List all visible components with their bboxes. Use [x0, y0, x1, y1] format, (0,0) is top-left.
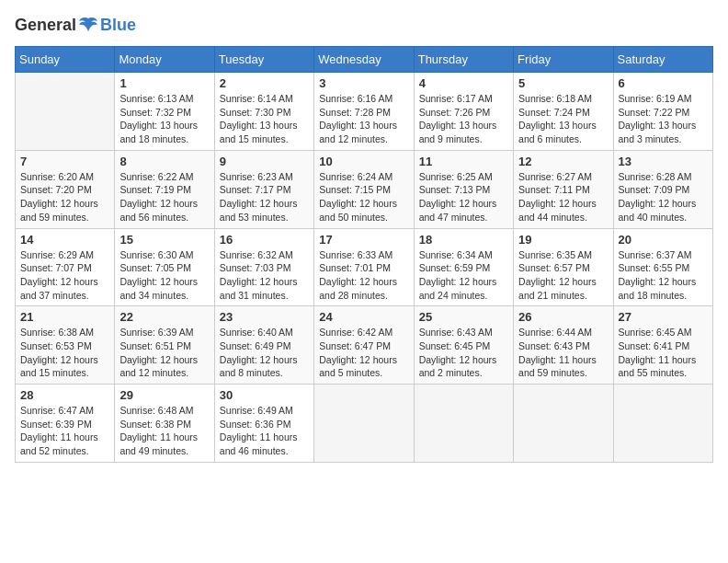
day-number: 27: [619, 310, 708, 324]
day-content: Sunrise: 6:24 AM Sunset: 7:15 PM Dayligh…: [319, 170, 408, 224]
weekday-header-wednesday: Wednesday: [314, 47, 414, 73]
logo-general: General: [15, 16, 76, 35]
calendar-cell: 6Sunrise: 6:19 AM Sunset: 7:22 PM Daylig…: [613, 73, 712, 151]
calendar-cell: 19Sunrise: 6:35 AM Sunset: 6:57 PM Dayli…: [514, 228, 613, 306]
calendar-week-2: 7Sunrise: 6:20 AM Sunset: 7:20 PM Daylig…: [16, 150, 713, 228]
day-number: 2: [220, 76, 309, 90]
weekday-header-tuesday: Tuesday: [214, 47, 313, 73]
calendar-cell: 4Sunrise: 6:17 AM Sunset: 7:26 PM Daylig…: [414, 73, 513, 151]
day-number: 23: [220, 310, 309, 324]
day-content: Sunrise: 6:23 AM Sunset: 7:17 PM Dayligh…: [220, 170, 309, 224]
day-number: 19: [518, 233, 608, 247]
day-content: Sunrise: 6:19 AM Sunset: 7:22 PM Dayligh…: [619, 92, 708, 146]
day-content: Sunrise: 6:49 AM Sunset: 6:36 PM Dayligh…: [220, 404, 309, 458]
calendar-cell: 24Sunrise: 6:42 AM Sunset: 6:47 PM Dayli…: [314, 306, 414, 385]
day-content: Sunrise: 6:17 AM Sunset: 7:26 PM Dayligh…: [419, 92, 508, 146]
day-content: Sunrise: 6:20 AM Sunset: 7:20 PM Dayligh…: [20, 170, 109, 224]
calendar-cell: [414, 385, 513, 463]
day-content: Sunrise: 6:25 AM Sunset: 7:13 PM Dayligh…: [419, 170, 508, 224]
weekday-header-thursday: Thursday: [414, 47, 513, 73]
day-number: 28: [20, 388, 109, 402]
day-number: 1: [119, 76, 209, 90]
calendar-table: SundayMondayTuesdayWednesdayThursdayFrid…: [15, 46, 713, 463]
calendar-cell: 20Sunrise: 6:37 AM Sunset: 6:55 PM Dayli…: [613, 228, 712, 306]
day-content: Sunrise: 6:18 AM Sunset: 7:24 PM Dayligh…: [518, 92, 608, 146]
calendar-cell: 14Sunrise: 6:29 AM Sunset: 7:07 PM Dayli…: [16, 228, 115, 306]
day-number: 11: [419, 155, 508, 168]
calendar-cell: [314, 385, 414, 463]
day-content: Sunrise: 6:27 AM Sunset: 7:11 PM Dayligh…: [518, 170, 608, 224]
weekday-header-friday: Friday: [514, 47, 613, 73]
day-number: 13: [619, 155, 708, 168]
day-number: 7: [20, 155, 109, 168]
calendar-cell: [514, 385, 613, 463]
weekday-header-monday: Monday: [115, 47, 214, 73]
day-content: Sunrise: 6:35 AM Sunset: 6:57 PM Dayligh…: [518, 248, 608, 303]
day-number: 30: [220, 388, 309, 402]
calendar-cell: 1Sunrise: 6:13 AM Sunset: 7:32 PM Daylig…: [115, 73, 214, 151]
day-content: Sunrise: 6:34 AM Sunset: 6:59 PM Dayligh…: [419, 248, 508, 303]
weekday-header-saturday: Saturday: [613, 47, 712, 73]
calendar-cell: 7Sunrise: 6:20 AM Sunset: 7:20 PM Daylig…: [16, 150, 115, 228]
day-number: 16: [220, 233, 309, 247]
day-number: 14: [20, 233, 109, 247]
calendar-cell: 5Sunrise: 6:18 AM Sunset: 7:24 PM Daylig…: [514, 73, 613, 151]
calendar-week-5: 28Sunrise: 6:47 AM Sunset: 6:39 PM Dayli…: [16, 385, 713, 463]
day-content: Sunrise: 6:28 AM Sunset: 7:09 PM Dayligh…: [619, 170, 708, 224]
logo-blue: Blue: [100, 16, 136, 35]
calendar-cell: 8Sunrise: 6:22 AM Sunset: 7:19 PM Daylig…: [115, 150, 214, 228]
day-number: 22: [119, 310, 209, 324]
day-content: Sunrise: 6:39 AM Sunset: 6:51 PM Dayligh…: [119, 326, 209, 380]
day-number: 25: [419, 310, 508, 324]
calendar-cell: 21Sunrise: 6:38 AM Sunset: 6:53 PM Dayli…: [16, 306, 115, 385]
day-number: 18: [419, 233, 508, 247]
calendar-cell: [613, 385, 712, 463]
day-content: Sunrise: 6:43 AM Sunset: 6:45 PM Dayligh…: [419, 326, 508, 380]
calendar-cell: 22Sunrise: 6:39 AM Sunset: 6:51 PM Dayli…: [115, 306, 214, 385]
day-content: Sunrise: 6:45 AM Sunset: 6:41 PM Dayligh…: [619, 326, 708, 380]
day-number: 4: [419, 76, 508, 90]
day-content: Sunrise: 6:48 AM Sunset: 6:38 PM Dayligh…: [119, 404, 209, 458]
day-content: Sunrise: 6:16 AM Sunset: 7:28 PM Dayligh…: [319, 92, 408, 146]
day-number: 17: [319, 233, 408, 247]
calendar-cell: 18Sunrise: 6:34 AM Sunset: 6:59 PM Dayli…: [414, 228, 513, 306]
calendar-cell: 3Sunrise: 6:16 AM Sunset: 7:28 PM Daylig…: [314, 73, 414, 151]
day-number: 29: [119, 388, 209, 402]
calendar-cell: 23Sunrise: 6:40 AM Sunset: 6:49 PM Dayli…: [214, 306, 313, 385]
day-content: Sunrise: 6:29 AM Sunset: 7:07 PM Dayligh…: [20, 248, 109, 303]
day-content: Sunrise: 6:40 AM Sunset: 6:49 PM Dayligh…: [220, 326, 309, 380]
day-content: Sunrise: 6:38 AM Sunset: 6:53 PM Dayligh…: [20, 326, 109, 380]
calendar-week-4: 21Sunrise: 6:38 AM Sunset: 6:53 PM Dayli…: [16, 306, 713, 385]
calendar-week-3: 14Sunrise: 6:29 AM Sunset: 7:07 PM Dayli…: [16, 228, 713, 306]
day-number: 9: [220, 155, 309, 168]
day-number: 10: [319, 155, 408, 168]
weekday-header-sunday: Sunday: [16, 47, 115, 73]
day-number: 8: [119, 155, 209, 168]
day-content: Sunrise: 6:37 AM Sunset: 6:55 PM Dayligh…: [619, 248, 708, 303]
calendar-cell: 15Sunrise: 6:30 AM Sunset: 7:05 PM Dayli…: [115, 228, 214, 306]
calendar-cell: 10Sunrise: 6:24 AM Sunset: 7:15 PM Dayli…: [314, 150, 414, 228]
calendar-cell: 11Sunrise: 6:25 AM Sunset: 7:13 PM Dayli…: [414, 150, 513, 228]
day-content: Sunrise: 6:22 AM Sunset: 7:19 PM Dayligh…: [119, 170, 209, 224]
day-number: 15: [119, 233, 209, 247]
calendar-cell: 27Sunrise: 6:45 AM Sunset: 6:41 PM Dayli…: [613, 306, 712, 385]
calendar-cell: 16Sunrise: 6:32 AM Sunset: 7:03 PM Dayli…: [214, 228, 313, 306]
calendar-cell: 26Sunrise: 6:44 AM Sunset: 6:43 PM Dayli…: [514, 306, 613, 385]
day-number: 5: [518, 76, 608, 90]
calendar-cell: 30Sunrise: 6:49 AM Sunset: 6:36 PM Dayli…: [214, 385, 313, 463]
calendar-cell: 29Sunrise: 6:48 AM Sunset: 6:38 PM Dayli…: [115, 385, 214, 463]
calendar-cell: 25Sunrise: 6:43 AM Sunset: 6:45 PM Dayli…: [414, 306, 513, 385]
day-number: 24: [319, 310, 408, 324]
calendar-week-1: 1Sunrise: 6:13 AM Sunset: 7:32 PM Daylig…: [16, 73, 713, 151]
day-number: 3: [319, 76, 408, 90]
calendar-cell: 9Sunrise: 6:23 AM Sunset: 7:17 PM Daylig…: [214, 150, 313, 228]
day-content: Sunrise: 6:33 AM Sunset: 7:01 PM Dayligh…: [319, 248, 408, 303]
calendar-cell: 13Sunrise: 6:28 AM Sunset: 7:09 PM Dayli…: [613, 150, 712, 228]
calendar-cell: 12Sunrise: 6:27 AM Sunset: 7:11 PM Dayli…: [514, 150, 613, 228]
day-number: 12: [518, 155, 608, 168]
day-content: Sunrise: 6:32 AM Sunset: 7:03 PM Dayligh…: [220, 248, 309, 303]
day-content: Sunrise: 6:30 AM Sunset: 7:05 PM Dayligh…: [119, 248, 209, 303]
day-content: Sunrise: 6:44 AM Sunset: 6:43 PM Dayligh…: [518, 326, 608, 380]
weekday-header-row: SundayMondayTuesdayWednesdayThursdayFrid…: [16, 47, 713, 73]
day-content: Sunrise: 6:14 AM Sunset: 7:30 PM Dayligh…: [220, 92, 309, 146]
